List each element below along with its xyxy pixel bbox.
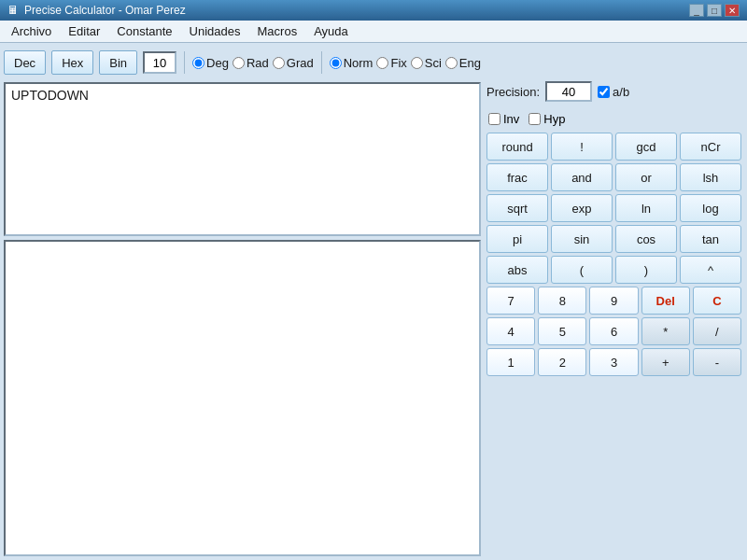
menu-ayuda[interactable]: Ayuda: [306, 22, 356, 40]
left-panel: Dec Hex Bin Deg Rad Grad: [4, 47, 481, 556]
separator-1: [184, 51, 185, 74]
sci-radio-label[interactable]: Sci: [411, 56, 442, 70]
ab-label: a/b: [613, 85, 629, 99]
separator-2: [321, 51, 322, 74]
norm-radio[interactable]: [330, 57, 342, 69]
fix-radio[interactable]: [376, 57, 388, 69]
btn-sin[interactable]: sin: [551, 225, 613, 253]
menu-unidades[interactable]: Unidades: [182, 22, 248, 40]
btn-or[interactable]: or: [615, 163, 677, 191]
btn-divide[interactable]: /: [693, 317, 741, 345]
precision-label: Precision:: [486, 85, 540, 99]
title-bar-buttons: _ □ ✕: [689, 4, 740, 17]
btn-power[interactable]: ^: [680, 256, 741, 284]
btn-and[interactable]: and: [551, 163, 613, 191]
title-bar: 🖩 Precise Calculator - Omar Perez _ □ ✕: [0, 0, 747, 21]
deg-radio-label[interactable]: Deg: [192, 56, 229, 70]
menu-macros[interactable]: Macros: [250, 22, 305, 40]
app-icon: 🖩: [7, 4, 19, 17]
ab-checkbox-group[interactable]: a/b: [598, 85, 629, 99]
norm-radio-label[interactable]: Norm: [330, 56, 374, 70]
button-grid-row7: 4 5 6 * /: [485, 317, 743, 345]
menu-archivo[interactable]: Archivo: [4, 22, 59, 40]
precision-row: Precision: a/b: [485, 78, 743, 105]
inv-hyp-row: Inv Hyp: [485, 107, 743, 130]
secondary-display[interactable]: [4, 240, 481, 556]
btn-2[interactable]: 2: [538, 348, 586, 376]
inv-checkbox-label[interactable]: Inv: [488, 112, 519, 126]
dec-button[interactable]: Dec: [4, 50, 46, 75]
btn-round[interactable]: round: [486, 133, 548, 161]
btn-4[interactable]: 4: [486, 317, 535, 345]
hyp-checkbox-label[interactable]: Hyp: [529, 112, 565, 126]
btn-plus[interactable]: +: [641, 348, 690, 376]
btn-log[interactable]: log: [680, 194, 741, 222]
btn-exp[interactable]: exp: [551, 194, 613, 222]
btn-tan[interactable]: tan: [680, 225, 741, 253]
btn-factorial[interactable]: !: [551, 133, 613, 161]
main-display[interactable]: UPTODOWN: [4, 82, 481, 236]
btn-8[interactable]: 8: [538, 287, 586, 315]
btn-sqrt[interactable]: sqrt: [486, 194, 548, 222]
main-container: Dec Hex Bin Deg Rad Grad: [0, 43, 747, 560]
menu-constante[interactable]: Constante: [109, 22, 179, 40]
minimize-button[interactable]: _: [689, 4, 704, 17]
base-input[interactable]: [143, 51, 176, 74]
btn-1[interactable]: 1: [486, 348, 535, 376]
button-grid-row2: frac and or lsh: [485, 163, 743, 191]
rad-radio-label[interactable]: Rad: [233, 56, 269, 70]
hyp-label: Hyp: [543, 112, 565, 126]
button-grid-row5: abs ( ) ^: [485, 256, 743, 284]
button-grid-row4: pi sin cos tan: [485, 225, 743, 253]
btn-3[interactable]: 3: [589, 348, 638, 376]
btn-abs[interactable]: abs: [486, 256, 548, 284]
btn-lsh[interactable]: lsh: [680, 163, 741, 191]
btn-close-paren[interactable]: ): [615, 256, 677, 284]
btn-ln[interactable]: ln: [615, 194, 677, 222]
button-grid-row6: 7 8 9 Del C: [485, 287, 743, 315]
button-grid-row3: sqrt exp ln log: [485, 194, 743, 222]
button-grid-row1: round ! gcd nCr: [485, 133, 743, 161]
ab-checkbox[interactable]: [598, 86, 610, 98]
deg-radio[interactable]: [192, 57, 204, 69]
fix-radio-label[interactable]: Fix: [376, 56, 406, 70]
display-radio-group: Norm Fix Sci Eng: [330, 56, 481, 70]
eng-radio[interactable]: [445, 57, 458, 69]
eng-radio-label[interactable]: Eng: [445, 56, 481, 70]
menu-bar: Archivo Editar Constante Unidades Macros…: [0, 21, 747, 43]
btn-del[interactable]: Del: [641, 287, 690, 315]
btn-9[interactable]: 9: [589, 287, 638, 315]
btn-5[interactable]: 5: [538, 317, 586, 345]
right-panel: Precision: a/b Inv Hyp round ! gcd nCr: [485, 47, 743, 556]
title-bar-left: 🖩 Precise Calculator - Omar Perez: [7, 4, 186, 17]
precision-input[interactable]: [545, 81, 592, 102]
button-grid-row8: 1 2 3 + -: [485, 348, 743, 376]
btn-6[interactable]: 6: [589, 317, 638, 345]
title-text: Precise Calculator - Omar Perez: [24, 4, 186, 17]
btn-gcd[interactable]: gcd: [615, 133, 677, 161]
btn-pi[interactable]: pi: [486, 225, 548, 253]
inv-label: Inv: [503, 112, 519, 126]
main-display-text: UPTODOWN: [11, 88, 89, 103]
grad-radio-label[interactable]: Grad: [273, 56, 314, 70]
close-button[interactable]: ✕: [725, 4, 740, 17]
inv-checkbox[interactable]: [488, 113, 500, 125]
angle-radio-group: Deg Rad Grad: [192, 56, 314, 70]
bin-button[interactable]: Bin: [99, 50, 137, 75]
btn-7[interactable]: 7: [486, 287, 535, 315]
maximize-button[interactable]: □: [707, 4, 722, 17]
toolbar: Dec Hex Bin Deg Rad Grad: [4, 47, 481, 78]
sci-radio[interactable]: [411, 57, 423, 69]
btn-multiply[interactable]: *: [641, 317, 690, 345]
btn-c[interactable]: C: [693, 287, 741, 315]
btn-minus[interactable]: -: [693, 348, 741, 376]
hex-button[interactable]: Hex: [51, 50, 93, 75]
btn-cos[interactable]: cos: [615, 225, 677, 253]
btn-open-paren[interactable]: (: [551, 256, 613, 284]
grad-radio[interactable]: [273, 57, 285, 69]
btn-ncr[interactable]: nCr: [680, 133, 741, 161]
hyp-checkbox[interactable]: [529, 113, 541, 125]
menu-editar[interactable]: Editar: [61, 22, 107, 40]
btn-frac[interactable]: frac: [486, 163, 548, 191]
rad-radio[interactable]: [233, 57, 245, 69]
